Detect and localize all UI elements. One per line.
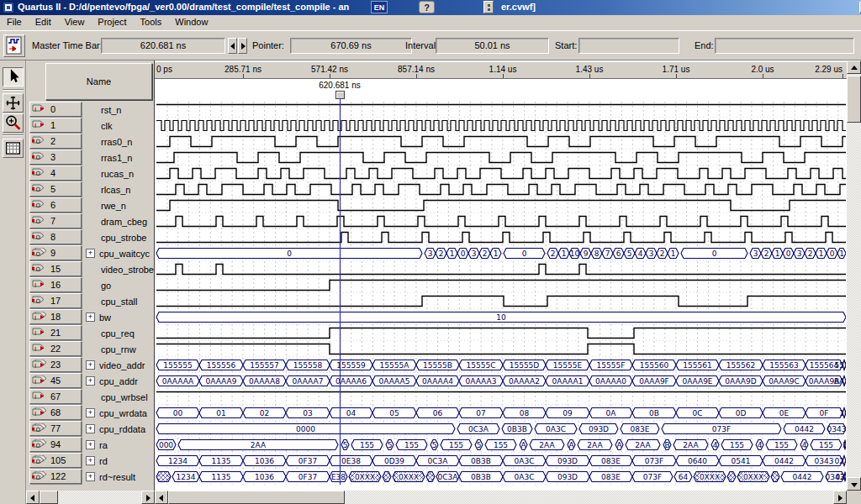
signal-row-cpu_waitcyc[interactable]: O9+cpu_waitcyc (26, 245, 154, 261)
name-column-header[interactable]: Name (45, 63, 152, 100)
signal-row-video_strobe[interactable]: O15video_strobe (26, 261, 154, 277)
signal-row-cpu_strobe[interactable]: O8cpu_strobe (26, 229, 154, 245)
signal-row-rwe_n[interactable]: O6rwe_n (26, 197, 154, 213)
language-options-button[interactable] (483, 1, 494, 13)
menu-item-project[interactable]: Project (91, 15, 133, 30)
signal-badge[interactable]: I68 (29, 405, 82, 420)
expand-icon[interactable]: + (86, 360, 95, 370)
signal-name-cell[interactable]: rst_n (82, 102, 154, 118)
wave-scroll-right-button[interactable] (833, 491, 847, 504)
expand-icon[interactable]: + (86, 408, 95, 417)
expand-icon[interactable]: + (86, 424, 95, 433)
signal-name-cell[interactable]: rras1_n (82, 150, 154, 165)
language-indicator[interactable]: EN (371, 1, 388, 13)
signal-badge[interactable]: I23 (29, 357, 82, 372)
vertical-scroll-thumb[interactable] (847, 76, 861, 123)
signal-badge[interactable]: O15 (29, 261, 82, 276)
signal-badge[interactable]: O4 (29, 165, 82, 181)
signal-row-go[interactable]: I16go (26, 277, 154, 293)
menu-item-tools[interactable]: Tools (134, 15, 169, 30)
waveform-canvas[interactable]: 0321032102110987654321032103210110155555… (155, 102, 846, 485)
signal-row-rlcas_n[interactable]: O5rlcas_n (26, 181, 154, 197)
name-scroll-right-button[interactable] (141, 491, 155, 504)
signal-row-clk[interactable]: I1clk (26, 118, 154, 134)
signal-row-rras1_n[interactable]: O3rras1_n (26, 150, 154, 165)
scroll-up-button[interactable] (847, 60, 861, 74)
signal-row-cpu_addr[interactable]: I45+cpu_addr (26, 373, 154, 389)
signal-name-cell[interactable]: clk (82, 118, 154, 134)
menu-item-edit[interactable]: Edit (29, 15, 58, 30)
signal-name-cell[interactable]: go (82, 277, 154, 293)
master-time-bar-field[interactable]: 620.681 ns (101, 38, 225, 54)
signal-name-cell[interactable]: cpu_req (82, 325, 154, 341)
signal-row-rst_n[interactable]: I0rst_n (26, 102, 154, 118)
signal-badge[interactable]: O2 (29, 134, 82, 149)
signal-name-cell[interactable]: +video_addr (82, 357, 154, 373)
signal-row-bw[interactable]: I18+bw (26, 309, 154, 325)
master-time-prev-button[interactable] (228, 38, 237, 54)
wave-scroll-left-button[interactable] (155, 491, 168, 504)
help-icon[interactable]: ? (419, 1, 435, 13)
signal-name-cell[interactable]: rucas_n (82, 165, 154, 181)
expand-icon[interactable]: + (86, 440, 95, 449)
signal-badge[interactable]: O5 (29, 181, 82, 197)
signal-row-cpu_wrdata[interactable]: I68+cpu_wrdata (26, 405, 154, 421)
name-scroll-left-button[interactable] (26, 491, 40, 504)
end-field[interactable] (715, 38, 854, 54)
zoom-splitter-tool-button[interactable] (3, 93, 24, 113)
signal-row-ra[interactable]: O94+ra (26, 437, 154, 453)
quartus-app-icon[interactable] (3, 2, 14, 13)
signal-name-cell[interactable]: video_strobe (82, 261, 154, 277)
signal-name-cell[interactable]: cpu_rnw (82, 341, 154, 357)
signal-badge[interactable]: O94 (29, 437, 82, 452)
zoom-tool-button[interactable] (3, 113, 24, 133)
signal-row-dram_cbeg[interactable]: O7dram_cbeg (26, 213, 154, 229)
signal-name-cell[interactable]: cpu_strobe (82, 229, 154, 245)
signal-badge[interactable]: I22 (29, 341, 82, 356)
signal-name-cell[interactable]: dram_cbeg (82, 213, 154, 229)
signal-badge[interactable]: I67 (29, 389, 82, 404)
master-time-next-button[interactable] (238, 38, 247, 54)
signal-name-cell[interactable]: rlcas_n (82, 181, 154, 197)
name-scroll-thumb[interactable] (40, 491, 58, 504)
signal-name-cell[interactable]: +rd~result (82, 469, 154, 485)
signal-row-rd~result[interactable]: O122+rd~result (26, 469, 154, 485)
signal-name-cell[interactable]: +cpu_waitcyc (82, 245, 154, 261)
signal-badge[interactable]: O9 (29, 245, 82, 260)
signal-name-cell[interactable]: cpu_wrbsel (82, 389, 154, 405)
signal-row-video_addr[interactable]: I23+video_addr (26, 357, 154, 373)
signal-row-cpu_req[interactable]: I21cpu_req (26, 325, 154, 341)
signal-name-cell[interactable]: +cpu_wrdata (82, 405, 154, 421)
signal-badge[interactable]: I16 (29, 277, 82, 292)
signal-badge[interactable]: O122 (29, 469, 82, 484)
signal-name-cell[interactable]: +cpu_addr (82, 373, 154, 389)
signal-badge[interactable]: O77 (29, 421, 82, 436)
expand-icon[interactable]: + (86, 312, 95, 322)
signal-row-cpu_rnw[interactable]: I22cpu_rnw (26, 341, 154, 357)
waveform-editor-button[interactable] (3, 34, 25, 57)
time-marker-strip[interactable]: 620.681 ns (155, 79, 847, 102)
wave-scroll-thumb[interactable] (168, 491, 345, 504)
grid-view-tool-button[interactable] (3, 139, 24, 158)
expand-icon[interactable]: + (86, 456, 95, 465)
menu-item-file[interactable]: File (0, 15, 29, 30)
signal-name-cell[interactable]: cpu_stall (82, 293, 154, 309)
signal-badge[interactable]: O7 (29, 213, 82, 228)
signal-badge[interactable]: O8 (29, 229, 82, 244)
time-cursor-handle[interactable] (335, 91, 345, 99)
signal-name-cell[interactable]: +cpu_rddata (82, 421, 154, 437)
signal-badge[interactable]: O17 (29, 293, 82, 308)
signal-badge[interactable]: I45 (29, 373, 82, 388)
expand-icon[interactable]: + (86, 472, 95, 481)
scroll-down-button[interactable] (847, 477, 861, 491)
title-bar[interactable]: Quartus II - D:/d/pentevo/fpga/_ver0.00/… (0, 0, 861, 15)
expand-icon[interactable]: + (86, 376, 95, 386)
name-panel-scrollbar[interactable] (26, 491, 155, 504)
menu-item-window[interactable]: Window (168, 15, 214, 30)
signal-badge[interactable]: I18 (29, 309, 82, 324)
signal-badge[interactable]: O105 (29, 453, 82, 468)
signal-row-cpu_rddata[interactable]: O77+cpu_rddata (26, 421, 154, 437)
signal-name-cell[interactable]: rwe_n (82, 197, 154, 213)
signal-badge[interactable]: I1 (29, 118, 82, 133)
signal-row-rucas_n[interactable]: O4rucas_n (26, 165, 154, 181)
